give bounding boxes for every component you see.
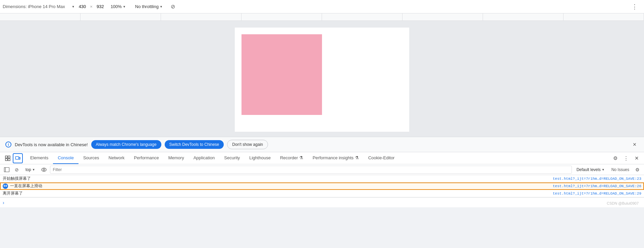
no-issues-badge: No Issues bbox=[609, 167, 631, 172]
throttling-value: No throttling bbox=[135, 4, 159, 9]
preview-area bbox=[0, 21, 644, 137]
log-count-icon: 69 bbox=[3, 183, 8, 189]
tab-security[interactable]: Security bbox=[219, 152, 245, 164]
table-row: 开始触摸屏幕了 test.html?_ijt=7r1hm…d=RELOAD_ON… bbox=[0, 175, 644, 182]
close-devtools-button[interactable]: ✕ bbox=[632, 154, 641, 163]
prompt-arrow[interactable]: › bbox=[3, 200, 4, 205]
console-filter-row: ⊘ top ▼ Default levels ▼ No Issues ⚙ bbox=[0, 164, 644, 175]
svg-rect-3 bbox=[8, 159, 10, 161]
notification-message: DevTools is now available in Chinese! bbox=[15, 142, 88, 147]
info-icon: i bbox=[5, 141, 11, 148]
console-link-2[interactable]: test.html?_ijt=7r1hm…d=RELOAD_ON_SAVE:26 bbox=[553, 184, 641, 188]
clear-console-button[interactable]: ⊘ bbox=[13, 166, 21, 174]
tab-console[interactable]: Console bbox=[53, 152, 78, 164]
console-message-2: 一直在屏幕上滑动 bbox=[10, 183, 42, 189]
svg-rect-6 bbox=[4, 167, 9, 172]
customize-icon[interactable]: ⋮ bbox=[621, 154, 631, 163]
tabs-list: Elements Console Sources Network Perform… bbox=[25, 152, 399, 164]
devtools-left-icons bbox=[0, 152, 25, 164]
table-row: 离开屏幕了 test.html?_ijt=7r1hm…d=RELOAD_ON_S… bbox=[0, 190, 644, 197]
ruler-segment-8 bbox=[564, 13, 644, 20]
levels-chevron-icon: ▼ bbox=[602, 168, 605, 171]
devtools-tabs: Elements Console Sources Network Perform… bbox=[0, 152, 644, 164]
zoom-dropdown[interactable]: 100% ▼ bbox=[108, 3, 128, 10]
tab-lighthouse[interactable]: Lighthouse bbox=[245, 152, 275, 164]
zoom-chevron-icon: ▼ bbox=[123, 5, 126, 8]
tab-application[interactable]: Application bbox=[189, 152, 220, 164]
rotate-icon[interactable]: ⊘ bbox=[169, 3, 177, 10]
inspector-icon[interactable] bbox=[3, 153, 13, 163]
console-settings-button[interactable]: ⚙ bbox=[633, 166, 641, 174]
ruler-segment-4 bbox=[241, 13, 322, 20]
throttling-chevron-icon: ▼ bbox=[160, 5, 163, 8]
tab-memory[interactable]: Memory bbox=[164, 152, 189, 164]
dimensions-label[interactable]: Dimensions: iPhone 14 Pro Max bbox=[0, 3, 68, 10]
context-dropdown[interactable]: top ▼ bbox=[23, 167, 38, 173]
ruler-row bbox=[0, 13, 644, 21]
ruler-segment-6 bbox=[402, 13, 483, 20]
context-label: top bbox=[25, 167, 31, 172]
console-bottom: › bbox=[0, 197, 644, 207]
dimension-separator: × bbox=[90, 4, 93, 9]
notification-close-button[interactable]: × bbox=[631, 140, 639, 149]
more-options-button[interactable]: ⋮ bbox=[631, 3, 639, 11]
table-row: 69 一直在屏幕上滑动 test.html?_ijt=7r1hm…d=RELOA… bbox=[0, 182, 644, 190]
ruler-segment-1 bbox=[0, 13, 80, 20]
svg-rect-4 bbox=[15, 157, 19, 159]
console-output: 开始触摸屏幕了 test.html?_ijt=7r1hm…d=RELOAD_ON… bbox=[0, 175, 644, 197]
match-language-button[interactable]: Always match Chrome's language bbox=[91, 140, 161, 149]
device-frame bbox=[235, 28, 409, 132]
tab-sources[interactable]: Sources bbox=[78, 152, 104, 164]
svg-rect-2 bbox=[5, 159, 7, 161]
tab-cookie-editor[interactable]: Cookie-Editor bbox=[364, 152, 399, 164]
chevron-down-icon: ▼ bbox=[72, 5, 75, 8]
filter-input[interactable] bbox=[50, 166, 572, 174]
console-link-1[interactable]: test.html?_ijt=7r1hm…d=RELOAD_ON_SAVE:23 bbox=[553, 177, 641, 181]
svg-rect-5 bbox=[19, 157, 20, 159]
settings-icon[interactable]: ⚙ bbox=[610, 154, 620, 163]
ruler-segment-5 bbox=[322, 13, 402, 20]
switch-to-chinese-button[interactable]: Switch DevTools to Chinese bbox=[165, 140, 224, 149]
tabs-right-actions: ⚙ ⋮ ✕ bbox=[610, 152, 644, 164]
width-value: 430 bbox=[79, 4, 86, 9]
tab-recorder[interactable]: Recorder ⚗ bbox=[275, 152, 308, 164]
tab-performance[interactable]: Performance bbox=[129, 152, 163, 164]
tab-network[interactable]: Network bbox=[104, 152, 129, 164]
devtools-panel: i DevTools is now available in Chinese! … bbox=[0, 137, 644, 207]
tab-performance-insights[interactable]: Performance insights ⚗ bbox=[308, 152, 364, 164]
device-toolbar: Dimensions: iPhone 14 Pro Max ▼ 430 × 93… bbox=[0, 0, 644, 13]
ruler-segment-7 bbox=[483, 13, 564, 20]
dont-show-again-button[interactable]: Don't show again bbox=[227, 140, 268, 149]
svg-rect-1 bbox=[8, 156, 10, 158]
pink-box bbox=[241, 34, 322, 115]
tab-elements[interactable]: Elements bbox=[25, 152, 53, 164]
svg-point-8 bbox=[42, 168, 46, 171]
height-value: 932 bbox=[97, 4, 104, 9]
context-chevron-icon: ▼ bbox=[32, 168, 35, 171]
notification-bar: i DevTools is now available in Chinese! … bbox=[0, 137, 644, 152]
default-levels-label: Default levels bbox=[577, 167, 601, 172]
svg-rect-0 bbox=[5, 156, 7, 158]
svg-point-9 bbox=[43, 169, 45, 170]
eye-icon[interactable] bbox=[40, 166, 48, 174]
console-message-1: 开始触摸屏幕了 bbox=[3, 176, 31, 181]
ruler-segment-3 bbox=[161, 13, 241, 20]
device-toggle-icon[interactable] bbox=[13, 153, 23, 163]
sidebar-toggle-button[interactable] bbox=[3, 166, 11, 174]
console-link-3[interactable]: test.html?_ijt=7r1hm…d=RELOAD_ON_SAVE:29 bbox=[553, 192, 641, 196]
watermark: CSDN @Bulut0907 bbox=[607, 201, 639, 205]
console-message-3: 离开屏幕了 bbox=[3, 191, 23, 196]
throttling-dropdown[interactable]: No throttling ▼ bbox=[132, 3, 165, 10]
default-levels-dropdown[interactable]: Default levels ▼ bbox=[574, 167, 607, 173]
zoom-value: 100% bbox=[111, 4, 122, 9]
ruler-segment-2 bbox=[80, 13, 161, 20]
